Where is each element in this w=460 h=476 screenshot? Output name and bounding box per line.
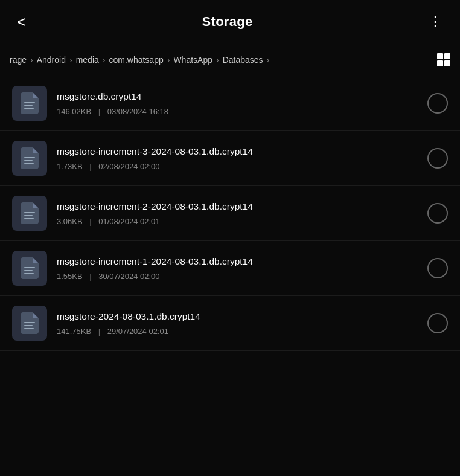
file-select-circle[interactable]	[427, 313, 448, 333]
page-title: Storage	[202, 14, 253, 30]
file-info: msgstore-increment-3-2024-08-03.1.db.cry…	[57, 146, 420, 170]
more-options-button[interactable]: ⋮	[424, 15, 448, 28]
file-date: 29/07/2024 02:01	[107, 327, 168, 336]
file-size: 3.06KB	[57, 217, 83, 226]
file-select-circle[interactable]	[427, 203, 448, 224]
breadcrumb-item-media[interactable]: media	[76, 55, 99, 65]
file-icon	[21, 257, 39, 279]
breadcrumb-item-rage[interactable]: rage	[10, 55, 27, 65]
breadcrumb-item-whatsapp[interactable]: WhatsApp	[173, 55, 212, 65]
breadcrumb: rage › Android › media › com.whatsapp › …	[10, 55, 430, 65]
file-name: msgstore-increment-2-2024-08-03.1.db.cry…	[57, 201, 420, 213]
file-list: msgstore.db.crypt14 146.02KB | 03/08/202…	[0, 76, 460, 351]
breadcrumb-item-databases[interactable]: Databases	[223, 55, 263, 65]
file-icon-wrapper	[12, 306, 47, 341]
file-date: 30/07/2024 02:00	[98, 272, 159, 281]
back-button[interactable]: <	[12, 11, 31, 32]
svg-rect-10	[24, 270, 33, 271]
svg-rect-13	[24, 325, 33, 326]
file-info: msgstore.db.crypt14 146.02KB | 03/08/202…	[57, 91, 420, 115]
grid-view-button[interactable]	[437, 53, 450, 66]
file-icon-wrapper	[12, 251, 47, 286]
list-item[interactable]: msgstore.db.crypt14 146.02KB | 03/08/202…	[0, 76, 460, 131]
file-size: 141.75KB	[57, 327, 91, 336]
file-info: msgstore-2024-08-03.1.db.crypt14 141.75K…	[57, 310, 420, 335]
file-date: 03/08/2024 16:18	[107, 107, 168, 116]
file-icon-wrapper	[12, 141, 47, 176]
file-icon	[21, 312, 39, 334]
file-meta: 141.75KB | 29/07/2024 02:01	[57, 327, 420, 336]
list-item[interactable]: msgstore-2024-08-03.1.db.crypt14 141.75K…	[0, 296, 460, 351]
file-name: msgstore.db.crypt14	[57, 91, 420, 103]
svg-rect-0	[24, 102, 35, 103]
svg-rect-6	[24, 212, 35, 213]
svg-rect-12	[24, 322, 35, 323]
file-icon	[21, 92, 39, 114]
file-select-circle[interactable]	[427, 93, 448, 114]
list-item[interactable]: msgstore-increment-1-2024-08-03.1.db.cry…	[0, 241, 460, 296]
svg-rect-1	[24, 105, 33, 106]
svg-rect-2	[24, 108, 34, 109]
svg-rect-7	[24, 215, 33, 216]
svg-rect-5	[24, 163, 34, 164]
file-date: 01/08/2024 02:01	[98, 217, 159, 226]
file-icon-wrapper	[12, 86, 47, 121]
file-meta: 3.06KB | 01/08/2024 02:01	[57, 217, 420, 226]
breadcrumb-item-android[interactable]: Android	[37, 55, 66, 65]
file-size: 1.55KB	[57, 272, 83, 281]
file-size: 146.02KB	[57, 107, 91, 116]
file-info: msgstore-increment-2-2024-08-03.1.db.cry…	[57, 201, 420, 225]
file-select-circle[interactable]	[427, 148, 448, 169]
svg-rect-3	[24, 157, 35, 158]
file-select-circle[interactable]	[427, 258, 448, 278]
svg-rect-8	[24, 218, 34, 219]
file-icon	[21, 202, 39, 224]
svg-rect-9	[24, 267, 35, 268]
svg-rect-14	[24, 328, 34, 329]
file-icon	[21, 147, 39, 169]
breadcrumb-bar: rage › Android › media › com.whatsapp › …	[0, 43, 460, 76]
file-info: msgstore-increment-1-2024-08-03.1.db.cry…	[57, 256, 420, 280]
app-header: < Storage ⋮	[0, 0, 460, 43]
file-meta: 1.55KB | 30/07/2024 02:00	[57, 272, 420, 281]
file-meta: 1.73KB | 02/08/2024 02:00	[57, 162, 420, 171]
file-date: 02/08/2024 02:00	[98, 162, 159, 171]
file-name: msgstore-increment-1-2024-08-03.1.db.cry…	[57, 256, 420, 268]
file-name: msgstore-increment-3-2024-08-03.1.db.cry…	[57, 146, 420, 158]
file-size: 1.73KB	[57, 162, 83, 171]
file-meta: 146.02KB | 03/08/2024 16:18	[57, 107, 420, 116]
grid-icon	[437, 53, 450, 66]
list-item[interactable]: msgstore-increment-3-2024-08-03.1.db.cry…	[0, 131, 460, 186]
file-name: msgstore-2024-08-03.1.db.crypt14	[57, 310, 420, 323]
svg-rect-11	[24, 273, 34, 274]
svg-rect-4	[24, 160, 33, 161]
file-icon-wrapper	[12, 196, 47, 231]
list-item[interactable]: msgstore-increment-2-2024-08-03.1.db.cry…	[0, 186, 460, 241]
breadcrumb-item-com-whatsapp[interactable]: com.whatsapp	[109, 55, 163, 65]
